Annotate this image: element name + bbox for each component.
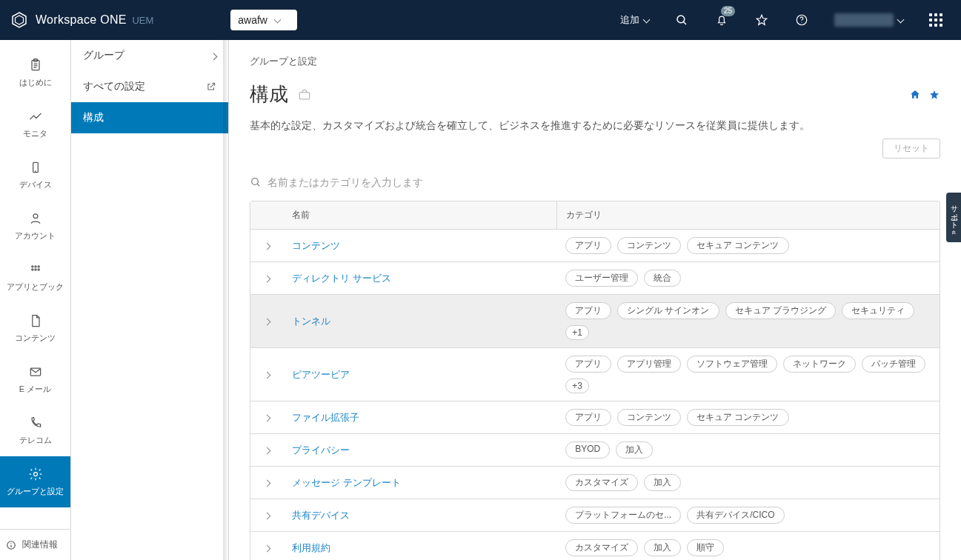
sidebar-item-grid[interactable]: アプリとブック <box>0 252 70 303</box>
category-tag[interactable]: カスタマイズ <box>565 539 638 556</box>
primary-nav: はじめにモニタデバイスアカウントアプリとブックコンテンツE メールテレコムグルー… <box>0 40 71 560</box>
sidebar-item-monitor[interactable]: モニタ <box>0 99 70 150</box>
expand-toggle[interactable] <box>250 265 283 291</box>
sidebar-item-clipboard[interactable]: はじめに <box>0 47 70 99</box>
table-row[interactable]: ファイル拡張子 アプリコンテンツセキュア コンテンツ <box>250 401 940 434</box>
expand-toggle[interactable] <box>250 535 283 560</box>
category-tag[interactable]: コンテンツ <box>617 409 681 426</box>
category-tag[interactable]: アプリ管理 <box>617 356 681 373</box>
sidebar-item-label: デバイス <box>19 179 52 190</box>
row-name-link[interactable]: ファイル拡張子 <box>292 412 359 423</box>
category-tag[interactable]: セキュア コンテンツ <box>687 237 788 254</box>
svg-point-18 <box>31 269 33 270</box>
row-tags: ユーザー管理統合 <box>556 262 940 294</box>
chevron-down-icon <box>644 15 649 26</box>
sidebar-item-device[interactable]: デバイス <box>0 150 70 201</box>
sidebar-item-mail[interactable]: E メール <box>0 354 70 405</box>
more-tags[interactable]: +3 <box>565 379 589 393</box>
category-tag[interactable]: 順守 <box>687 539 724 556</box>
category-tag[interactable]: 統合 <box>644 270 681 287</box>
row-name-link[interactable]: 利用規約 <box>292 542 330 553</box>
reset-button[interactable]: リセット <box>882 139 940 159</box>
app-launcher[interactable] <box>921 0 951 40</box>
favorite-star-icon[interactable] <box>928 89 940 101</box>
row-name-link[interactable]: トンネル <box>292 316 330 327</box>
chevron-right-icon <box>265 316 270 327</box>
category-tag[interactable]: アプリ <box>565 237 611 254</box>
brand-suffix: UEM <box>132 15 153 26</box>
category-tag[interactable]: セキュア ブラウジング <box>725 302 836 319</box>
category-tag[interactable]: プラットフォームのセ... <box>565 507 681 524</box>
category-tag[interactable]: BYOD <box>565 441 610 459</box>
column-name: 名前 <box>283 201 556 229</box>
table-row[interactable]: 利用規約 カスタマイズ加入順守 <box>250 532 940 560</box>
category-tag[interactable]: 共有デバイス/CICO <box>687 507 784 524</box>
category-tag[interactable]: 加入 <box>644 474 681 491</box>
category-tag[interactable]: アプリ <box>565 356 611 373</box>
add-menu[interactable]: 追加 <box>613 0 656 40</box>
sidebar-item-gear[interactable]: グループと設定 <box>0 456 70 507</box>
clipboard-icon <box>28 58 43 73</box>
subnav-item[interactable]: グループ <box>71 40 228 71</box>
config-table: 名前 カテゴリ コンテンツ アプリコンテンツセキュア コンテンツ ディレクトリ … <box>250 201 940 560</box>
chevron-right-icon <box>265 542 270 553</box>
category-tag[interactable]: アプリ <box>565 409 611 426</box>
support-tab[interactable]: サポート « <box>946 193 961 242</box>
search-input[interactable] <box>267 172 940 193</box>
expand-toggle[interactable] <box>250 502 283 528</box>
row-name-link[interactable]: プライバシー <box>292 444 350 456</box>
table-row[interactable]: ディレクトリ サービス ユーザー管理統合 <box>250 262 940 295</box>
expand-toggle[interactable] <box>250 404 283 430</box>
user-menu[interactable] <box>827 0 911 40</box>
category-tag[interactable]: コンテンツ <box>617 237 681 254</box>
category-tag[interactable]: ユーザー管理 <box>565 270 638 287</box>
expand-toggle[interactable] <box>250 361 283 387</box>
table-row[interactable]: コンテンツ アプリコンテンツセキュア コンテンツ <box>250 230 940 262</box>
subnav-item[interactable]: 構成 <box>71 102 228 133</box>
help-button[interactable] <box>787 0 817 40</box>
notifications-button[interactable]: 25 <box>707 0 736 40</box>
support-label: サポート <box>948 200 959 224</box>
sidebar-item-phone[interactable]: テレコム <box>0 405 70 456</box>
category-tag[interactable]: 加入 <box>644 539 681 556</box>
more-tags[interactable]: +1 <box>565 325 589 340</box>
related-info-link[interactable]: 関連情報 <box>0 529 70 560</box>
category-tag[interactable]: ソフトウェア管理 <box>687 356 777 373</box>
favorite-button[interactable] <box>747 0 777 40</box>
category-tag[interactable]: アプリ <box>565 302 611 319</box>
expand-toggle[interactable] <box>250 308 283 334</box>
column-category: カテゴリ <box>556 201 940 229</box>
expand-toggle[interactable] <box>250 470 283 496</box>
table-row[interactable]: トンネル アプリシングル サインオンセキュア ブラウジングセキュリティ+1 <box>250 295 940 348</box>
expand-toggle[interactable] <box>250 233 283 259</box>
category-tag[interactable]: シングル サインオン <box>617 302 719 319</box>
row-name-link[interactable]: コンテンツ <box>292 240 340 251</box>
table-row[interactable]: ピアツーピア アプリアプリ管理ソフトウェア管理ネットワークパッチ管理+3 <box>250 348 940 401</box>
search-button[interactable] <box>667 0 696 40</box>
expand-toggle[interactable] <box>250 437 283 463</box>
category-tag[interactable]: セキュア コンテンツ <box>687 409 788 426</box>
row-name-link[interactable]: ピアツーピア <box>292 369 350 380</box>
home-icon[interactable] <box>909 89 921 101</box>
sidebar-item-file[interactable]: コンテンツ <box>0 303 70 354</box>
svg-point-17 <box>38 266 39 267</box>
svg-point-15 <box>31 266 33 267</box>
subnav-item[interactable]: すべての設定 <box>71 71 228 102</box>
category-tag[interactable]: 加入 <box>616 441 653 459</box>
table-row[interactable]: プライバシー BYOD加入 <box>250 434 940 467</box>
row-tags: プラットフォームのセ...共有デバイス/CICO <box>556 499 940 531</box>
chevron-right-icon <box>265 412 270 423</box>
table-row[interactable]: 共有デバイス プラットフォームのセ...共有デバイス/CICO <box>250 499 940 532</box>
row-name-link[interactable]: ディレクトリ サービス <box>292 273 391 284</box>
table-row[interactable]: メッセージ テンプレート カスタマイズ加入 <box>250 467 940 499</box>
tenant-selector[interactable]: awafw <box>230 10 297 30</box>
sidebar-item-user[interactable]: アカウント <box>0 201 70 252</box>
category-tag[interactable]: ネットワーク <box>783 356 856 373</box>
row-tags: アプリシングル サインオンセキュア ブラウジングセキュリティ+1 <box>556 295 940 347</box>
category-tag[interactable]: カスタマイズ <box>565 474 638 491</box>
row-tags: アプリコンテンツセキュア コンテンツ <box>556 230 940 261</box>
category-tag[interactable]: パッチ管理 <box>862 356 925 373</box>
row-name-link[interactable]: 共有デバイス <box>292 510 350 521</box>
category-tag[interactable]: セキュリティ <box>842 302 914 319</box>
row-name-link[interactable]: メッセージ テンプレート <box>292 477 401 488</box>
